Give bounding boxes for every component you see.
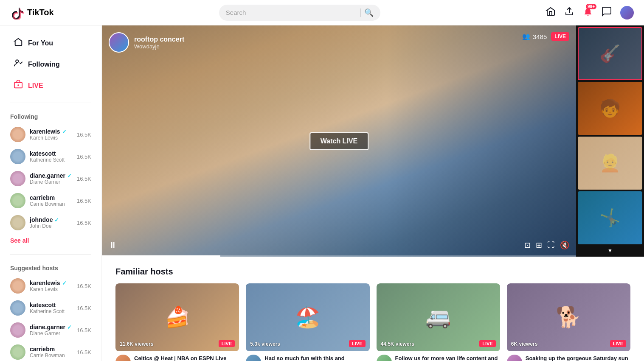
follow-item-katescott[interactable]: katescott Katherine Scott 16.5K (0, 146, 101, 168)
viewers-icon: 👥 (522, 33, 530, 40)
follow-handle: Katherine Scott (30, 308, 65, 314)
follow-count: 16.5K (77, 349, 91, 355)
follow-left: karenlewis✓ Karen Lewis (10, 278, 67, 294)
following-nav-icon (14, 59, 23, 70)
fullscreen-icon[interactable]: ⛶ (547, 241, 555, 250)
live-handle: Wowdayje (134, 43, 184, 50)
thumbnail-1[interactable]: 🎸 (578, 27, 642, 80)
follow-left: katescott Katherine Scott (10, 300, 65, 316)
live-overlay-top: rooftop concert Wowdayje (109, 32, 184, 53)
viewer-number: 3485 (533, 33, 547, 40)
follow-handle: John Doe (30, 223, 59, 229)
messages-icon[interactable] (602, 6, 612, 19)
follow-name: johndoe✓ (30, 216, 59, 223)
mute-icon[interactable]: 🔇 (560, 241, 569, 250)
video-live-badge: LIVE (219, 340, 235, 347)
follow-name: katescott (30, 302, 65, 308)
follow-count: 16.5K (77, 305, 91, 311)
verified-icon: ✓ (62, 129, 67, 135)
crop-icon[interactable]: ⊞ (536, 241, 542, 250)
notifications-icon[interactable]: 99+ (583, 6, 593, 19)
viewer-overlay: 5.3k viewers (250, 341, 280, 347)
video-card-1[interactable]: 🍰 11.6K viewers LIVE Celtics @ Heat | NB… (115, 283, 239, 361)
following-label: Following (28, 61, 60, 68)
sidebar-divider-2 (10, 254, 91, 255)
follow-handle: Diane Garner (30, 330, 72, 336)
follow-name: karenlewis✓ (30, 128, 67, 135)
follow-count: 16.5K (77, 198, 91, 204)
pause-button[interactable]: ⏸ (109, 240, 117, 250)
video-avatar (246, 355, 261, 361)
follow-left: carriebm Carrie Bowman (10, 193, 65, 208)
video-thumbnail: 🚐 44.5K viewers LIVE (377, 283, 500, 351)
follow-item-karenlewis2[interactable]: karenlewis✓ Karen Lewis 16.5K (0, 275, 101, 297)
video-avatar (115, 355, 131, 361)
follow-count: 16.5K (77, 132, 91, 138)
follow-info: carriebm Carrie Bowman (30, 194, 65, 207)
thumbnail-2[interactable]: 🧒 (578, 82, 642, 135)
follow-info: karenlewis✓ Karen Lewis (30, 128, 67, 141)
sidebar-item-following[interactable]: Following (3, 54, 98, 75)
viewer-count: 👥 3485 (522, 33, 547, 40)
video-text: Follow us for more van life content and … (395, 355, 500, 361)
sidebar-item-live[interactable]: LIVE (3, 76, 98, 96)
pip-icon[interactable]: ⊡ (524, 241, 531, 250)
video-avatar (507, 355, 522, 361)
watch-live-button[interactable]: Watch LIVE (309, 132, 368, 150)
follow-item-johndoe[interactable]: johndoe✓ John Doe 16.5K (0, 212, 101, 234)
logo[interactable]: TikTok (10, 6, 54, 20)
verified-icon: ✓ (67, 173, 72, 179)
follow-avatar (10, 322, 25, 338)
following-section-title: Following (0, 110, 101, 123)
user-avatar[interactable] (620, 6, 634, 20)
thumbnail-4[interactable]: 🤸 (578, 191, 642, 244)
follow-avatar (10, 344, 25, 360)
home-icon[interactable] (546, 6, 556, 19)
search-input[interactable] (226, 9, 357, 16)
video-card-4[interactable]: 🐕 6K viewers LIVE Soaking up the gorgeou… (507, 283, 630, 361)
live-video-area: rooftop concert Wowdayje 👥 3485 LIVE Wat… (102, 25, 576, 257)
svg-point-2 (17, 84, 19, 86)
tiktok-logo-icon (10, 6, 24, 20)
follow-handle: Katherine Scott (30, 157, 65, 163)
viewer-overlay: 6K viewers (511, 341, 538, 347)
follow-item-karenlewis[interactable]: karenlewis✓ Karen Lewis 16.5K (0, 123, 101, 146)
follow-info: johndoe✓ John Doe (30, 216, 59, 229)
follow-item-katescott2[interactable]: katescott Katherine Scott 16.5K (0, 297, 101, 319)
sidebar-item-for-you[interactable]: For You (3, 33, 98, 53)
follow-info: carriebm Carrie Bowman (30, 346, 65, 358)
follow-name: carriebm (30, 194, 65, 201)
progress-fill (102, 255, 220, 257)
suggested-hosts-title: Suggested hosts (0, 261, 101, 275)
video-thumbnail: 🏖️ 5.3k viewers LIVE (246, 283, 369, 351)
upload-icon[interactable] (564, 6, 574, 19)
live-banner: rooftop concert Wowdayje 👥 3485 LIVE Wat… (102, 25, 644, 257)
thumbnail-3[interactable]: 👱 (578, 137, 642, 190)
video-text: Celtics @ Heat | NBA on ESPN Live Scoreb… (134, 355, 239, 361)
follow-name: carriebm (30, 346, 65, 353)
familiar-hosts-section: Familiar hosts 🍰 11.6K viewers LIVE Celt… (102, 257, 644, 361)
follow-info: diane.garner✓ Diane Garner (30, 324, 72, 336)
search-button[interactable]: 🔍 (364, 8, 374, 17)
sidebar-divider (10, 103, 91, 103)
video-card-2[interactable]: 🏖️ 5.3k viewers LIVE Had so much fun wit… (246, 283, 369, 361)
video-title: Follow us for more van life content and … (395, 355, 500, 361)
follow-left: karenlewis✓ Karen Lewis (10, 127, 67, 142)
follow-handle: Carrie Bowman (30, 353, 65, 358)
follow-avatar (10, 193, 25, 208)
thumbnail-scroll-arrow[interactable]: ▼ (578, 246, 642, 255)
see-all-button[interactable]: See all (0, 234, 101, 247)
follow-item-dianegarner[interactable]: diane.garner✓ Diane Garner 16.5K (0, 168, 101, 190)
video-thumbnail: 🍰 11.6K viewers LIVE (115, 283, 239, 351)
live-badge: LIVE (551, 32, 569, 41)
live-username: rooftop concert (134, 36, 184, 43)
live-nav-icon (14, 80, 23, 92)
video-card-3[interactable]: 🚐 44.5K viewers LIVE Follow us for more … (377, 283, 500, 361)
follow-item-dianegarner2[interactable]: diane.garner✓ Diane Garner 16.5K (0, 319, 101, 341)
follow-left: carriebm Carrie Bowman (10, 344, 65, 360)
follow-count: 16.5K (77, 220, 91, 226)
video-title: Celtics @ Heat | NBA on ESPN Live Scoreb… (134, 355, 239, 361)
video-live-badge: LIVE (349, 340, 365, 347)
follow-item-carriebm[interactable]: carriebm Carrie Bowman 16.5K (0, 190, 101, 212)
follow-item-carriebm2[interactable]: carriebm Carrie Bowman 16.5K (0, 341, 101, 361)
